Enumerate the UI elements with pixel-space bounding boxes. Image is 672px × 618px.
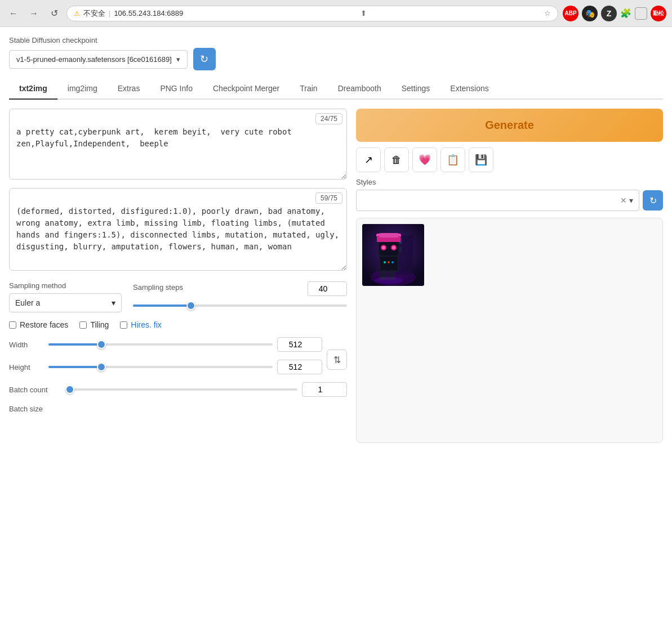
refresh-icon: ↻: [200, 53, 208, 65]
negative-prompt-textarea[interactable]: [9, 188, 347, 271]
page-content: Stable Diffusion checkpoint v1-5-pruned-…: [0, 27, 672, 618]
tab-png-info[interactable]: PNG Info: [150, 78, 203, 100]
svg-point-16: [392, 246, 395, 249]
sampling-steps-slider[interactable]: [133, 304, 347, 307]
swap-dimensions-button[interactable]: ⇅: [327, 350, 347, 370]
svg-point-26: [375, 277, 403, 284]
save-icon: 💾: [475, 154, 487, 166]
bookmark-star-icon[interactable]: ☆: [544, 9, 551, 17]
tab-dreambooth[interactable]: Dreambooth: [328, 78, 391, 100]
sampling-steps-label: Sampling steps: [133, 283, 183, 292]
tiling-label: Tiling: [90, 320, 109, 329]
width-label: Width: [9, 341, 43, 349]
checkpoint-value: v1-5-pruned-emaonly.safetensors [6ce0161…: [16, 55, 172, 64]
style-icon: 💗: [419, 154, 431, 166]
ext-puzzle-button[interactable]: 🧩: [620, 8, 631, 19]
browser-extensions: ABP 🎭 Z 🧩 勤松: [563, 6, 666, 21]
main-layout: 24/75 document.querySelector('[data-name…: [9, 109, 663, 443]
styles-row: ✕ ▾ ↻: [356, 190, 663, 211]
sampling-method-select[interactable]: Euler a ▾: [9, 293, 122, 312]
tab-checkpoint-merger[interactable]: Checkpoint Merger: [203, 78, 290, 100]
trash-icon: 🗑: [391, 154, 402, 166]
tab-img2img[interactable]: img2img: [57, 78, 108, 100]
save-button[interactable]: 💾: [469, 147, 493, 172]
tab-train[interactable]: Train: [290, 78, 327, 100]
positive-token-count: 24/75: [315, 113, 342, 124]
tiling-checkbox[interactable]: Tiling: [79, 320, 109, 329]
checkpoint-select[interactable]: v1-5-pruned-emaonly.safetensors [6ce0161…: [9, 50, 188, 69]
styles-chevron-icon[interactable]: ▾: [629, 196, 633, 205]
right-panel: Generate ↗ 🗑 💗 📋 💾: [356, 109, 663, 443]
width-row: Width: [9, 337, 322, 352]
batch-size-label: Batch size: [9, 405, 60, 413]
width-slider[interactable]: [48, 343, 273, 346]
negative-token-count: 59/75: [315, 192, 342, 204]
sampling-section: Sampling method Euler a ▾ Sampling steps: [9, 281, 347, 413]
clipboard-icon: 📋: [447, 154, 459, 166]
height-input[interactable]: [277, 360, 322, 374]
sampling-steps-group: Sampling steps: [133, 281, 347, 308]
restore-faces-input[interactable]: [9, 321, 16, 329]
positive-prompt-container: 24/75 document.querySelector('[data-name…: [9, 109, 347, 181]
batch-count-row: Batch count: [9, 382, 347, 397]
height-label: Height: [9, 363, 43, 371]
style-button[interactable]: 💗: [412, 147, 437, 172]
ext-abp-button[interactable]: ABP: [563, 6, 578, 21]
nav-back-button[interactable]: ←: [6, 6, 21, 21]
width-section: Width: [9, 337, 322, 352]
generated-image-svg: [362, 224, 424, 286]
generated-image: [362, 224, 424, 286]
nav-refresh-button[interactable]: ↺: [46, 6, 62, 21]
ext-rect-button[interactable]: [635, 7, 647, 20]
image-output: [356, 218, 663, 443]
positive-prompt-textarea[interactable]: [9, 109, 347, 180]
swap-icon: ⇅: [333, 355, 341, 365]
svg-point-25: [391, 261, 394, 263]
tab-settings[interactable]: Settings: [391, 78, 440, 100]
height-slider[interactable]: [48, 366, 273, 368]
ext-cn-button[interactable]: 勤松: [651, 6, 666, 21]
styles-select[interactable]: ✕ ▾: [356, 190, 639, 211]
send-to-button[interactable]: ↗: [356, 147, 381, 172]
styles-refresh-button[interactable]: ↻: [643, 190, 663, 211]
restore-faces-checkbox[interactable]: Restore faces: [9, 320, 68, 329]
sampling-method-value: Euler a: [15, 298, 40, 307]
tab-extras[interactable]: Extras: [108, 78, 150, 100]
batch-count-input[interactable]: [302, 382, 347, 397]
hires-fix-label: Hires. fix: [131, 320, 161, 329]
ext-z-button[interactable]: Z: [601, 6, 617, 21]
separator: |: [109, 9, 110, 17]
ext-dark-button[interactable]: 🎭: [582, 6, 598, 21]
hires-fix-checkbox[interactable]: Hires. fix: [120, 320, 161, 329]
dims-col: Width Height: [9, 337, 322, 382]
address-bar[interactable]: ⚠ 不安全 | 106.55.243.184:6889 ⬆ ☆: [66, 6, 558, 21]
nav-forward-button[interactable]: →: [26, 6, 42, 21]
styles-label: Styles: [356, 178, 663, 186]
svg-point-23: [384, 261, 386, 263]
sampling-steps-slider-container: [133, 299, 347, 308]
sampling-steps-input[interactable]: [308, 281, 347, 296]
security-warning-icon: ⚠: [74, 10, 80, 17]
svg-rect-22: [379, 233, 399, 238]
clipboard-button[interactable]: 📋: [440, 147, 465, 172]
svg-point-24: [388, 261, 390, 263]
sampling-method-arrow-icon: ▾: [112, 298, 115, 307]
generate-button[interactable]: Generate: [356, 109, 663, 142]
hires-fix-input[interactable]: [120, 321, 127, 329]
action-buttons: ↗ 🗑 💗 📋 💾: [356, 147, 663, 172]
checkboxes-row: Restore faces Tiling Hires. fix: [9, 320, 347, 329]
styles-refresh-icon: ↻: [649, 195, 657, 206]
trash-button[interactable]: 🗑: [384, 147, 409, 172]
share-icon[interactable]: ⬆: [361, 9, 367, 17]
checkpoint-refresh-button[interactable]: ↻: [193, 48, 216, 70]
tab-txt2img[interactable]: txt2img: [9, 78, 57, 100]
batch-count-slider[interactable]: [65, 388, 297, 391]
tab-extensions[interactable]: Extensions: [440, 78, 499, 100]
sampling-method-group: Sampling method Euler a ▾: [9, 281, 122, 312]
sampling-row: Sampling method Euler a ▾ Sampling steps: [9, 281, 347, 312]
width-input[interactable]: [277, 337, 322, 352]
styles-clear-icon[interactable]: ✕: [620, 196, 627, 205]
left-panel: 24/75 document.querySelector('[data-name…: [9, 109, 347, 443]
tiling-input[interactable]: [79, 321, 87, 329]
dimensions-group: Width Height: [9, 337, 347, 382]
